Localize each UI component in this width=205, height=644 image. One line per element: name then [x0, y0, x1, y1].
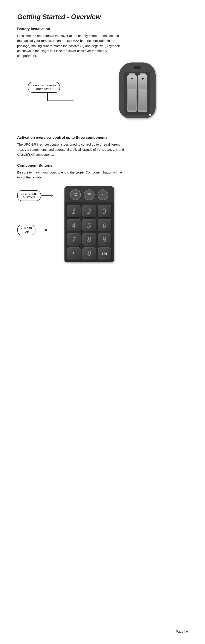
- battery-body-text: Press the tab and remove the cover of th…: [17, 33, 125, 58]
- activation-heading: Activation overview control up to three …: [17, 136, 188, 140]
- num-key-0[interactable]: 0: [82, 248, 96, 260]
- remote-slot: [134, 66, 140, 69]
- num-key-4[interactable]: 4: [67, 219, 81, 232]
- battery-compartment: + + + +: [124, 72, 150, 115]
- remote-panel: CBL SAT TV DVD 1 2 3 4 5 6 7 8: [65, 186, 114, 262]
- battery-cap: [129, 74, 135, 75]
- battery-heading: Battery Installation: [17, 27, 188, 31]
- battery-label-group: INSERT BATTERIES CORRECTLY: [28, 82, 74, 101]
- component-buttons-row: CBL SAT TV DVD: [65, 186, 114, 202]
- num-key-ent[interactable]: ENT: [98, 248, 111, 260]
- cbl-sat-button[interactable]: CBL SAT: [70, 190, 81, 200]
- remote-body: + + + +: [119, 62, 156, 118]
- num-key-8[interactable]: 8: [82, 233, 96, 246]
- num-key-2[interactable]: 2: [82, 205, 96, 217]
- num-key-dash[interactable]: -/--: [67, 248, 81, 260]
- num-key-9[interactable]: 9: [98, 233, 111, 246]
- connector-line-2: [36, 230, 45, 230]
- component-body-text: Be sure to match your component to the p…: [17, 170, 125, 180]
- page-number: Page | 6: [176, 630, 188, 633]
- insert-batteries-label: INSERT BATTERIES CORRECTLY: [28, 82, 60, 93]
- connector-dot-2: [45, 229, 47, 231]
- battery-cap-2: [140, 74, 146, 75]
- battery-plus: +: [131, 76, 133, 81]
- battery-cell-2: + +: [138, 75, 147, 112]
- num-key-1[interactable]: 1: [67, 205, 81, 217]
- connector-line-1: [41, 196, 51, 196]
- battery-diagram: INSERT BATTERIES CORRECTLY + +: [17, 62, 188, 127]
- connector-dot-1: [51, 194, 53, 196]
- remote-diagram-wrapper: COMPONENT BUTTONS NUMBER PAD C: [17, 186, 188, 262]
- diagram-labels: COMPONENT BUTTONS NUMBER PAD: [17, 186, 60, 235]
- num-key-7[interactable]: 7: [67, 233, 81, 246]
- remote-battery-viz: + + + +: [106, 62, 156, 118]
- bottom-spacer: [17, 271, 188, 336]
- activation-section: Activation overview control up to three …: [17, 136, 188, 157]
- dvd-button[interactable]: DVD: [98, 190, 108, 200]
- num-key-6[interactable]: 6: [98, 219, 111, 232]
- battery-cell-1: + +: [127, 75, 137, 112]
- tv-button[interactable]: TV: [84, 190, 95, 200]
- number-pad-label: NUMBER PAD: [17, 224, 36, 235]
- dot-indicator: [149, 114, 151, 116]
- component-heading: Component Buttons: [17, 164, 188, 168]
- component-buttons-label-row: COMPONENT BUTTONS: [17, 190, 60, 201]
- num-key-3[interactable]: 3: [98, 205, 111, 217]
- number-pad: 1 2 3 4 5 6 7 8 9 -/-- 0 ENT: [65, 202, 114, 262]
- page-title: Getting Started - Overview: [17, 13, 188, 21]
- activation-body-text: The URC-SR3 remote control is designed t…: [17, 142, 125, 157]
- battery-plus-2: +: [142, 76, 144, 81]
- component-buttons-label: COMPONENT BUTTONS: [17, 190, 41, 201]
- battery-section: Battery Installation Press the tab and r…: [17, 27, 188, 127]
- number-pad-label-row: NUMBER PAD: [17, 224, 60, 235]
- component-section: Component Buttons Be sure to match your …: [17, 164, 188, 262]
- num-key-5[interactable]: 5: [82, 219, 96, 232]
